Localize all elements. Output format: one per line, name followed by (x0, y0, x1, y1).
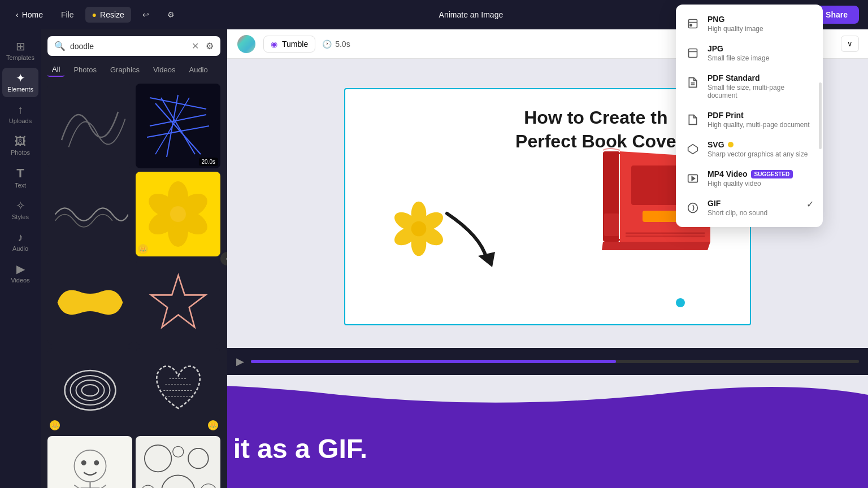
home-button[interactable]: ‹ Home (9, 7, 50, 23)
premium-dot (728, 142, 734, 147)
list-item[interactable]: 👑 (47, 436, 132, 488)
list-item[interactable] (136, 260, 220, 345)
filter-videos[interactable]: Videos (149, 63, 180, 77)
videos-icon: ▶ (16, 263, 25, 274)
mp4-info: MP4 Video SUGGESTED High quality video (708, 169, 814, 188)
list-item[interactable] (47, 260, 132, 345)
elements-label: Elements (7, 86, 33, 93)
canvas-text-line1: How to Create th (515, 106, 676, 130)
export-option-jpg[interactable]: JPG Small file size image (676, 38, 823, 68)
gif-title: GIF (708, 199, 800, 208)
uploads-icon: ↑ (18, 104, 23, 115)
svg-rect-69 (689, 20, 697, 28)
pdf-print-info: PDF Print High quality, multi-page docum… (708, 111, 814, 129)
svg-point-33 (141, 485, 155, 488)
resize-button[interactable]: ● Resize (85, 7, 131, 23)
list-item[interactable]: 20.0s (136, 84, 220, 168)
pdf-print-title: PDF Print (708, 111, 814, 120)
timeline-track[interactable] (251, 360, 859, 363)
list-item[interactable]: 👑 (47, 348, 132, 433)
chevron-down-button[interactable]: ∨ (841, 36, 859, 52)
list-item[interactable] (47, 84, 132, 168)
jpg-info: JPG Small file size image (708, 44, 814, 62)
export-option-pdf-standard[interactable]: PDF Standard Small file size, multi-page… (676, 68, 823, 105)
svg-marker-14 (151, 275, 205, 327)
duration-badge: 20.0s (199, 158, 218, 166)
sidebar-item-audio[interactable]: ♪ Audio (2, 227, 38, 256)
list-item[interactable]: 👑 (136, 172, 220, 256)
mp4-icon (685, 171, 701, 186)
svg-point-32 (161, 475, 194, 488)
audio-icon: ♪ (18, 232, 23, 243)
svg-point-35 (173, 446, 184, 457)
export-option-png[interactable]: PNG High quality image (676, 9, 823, 38)
sidebar-item-text[interactable]: T Text (2, 163, 38, 193)
search-input[interactable] (70, 42, 187, 51)
chevron-left-icon: ‹ (16, 10, 19, 19)
gif-subtitle: Short clip, no sound (708, 209, 800, 217)
filter-all[interactable]: All (47, 63, 64, 77)
assets-grid: 20.0s 👑 (47, 84, 220, 488)
mp4-title: MP4 Video SUGGESTED (708, 169, 814, 178)
sidebar-item-templates[interactable]: ⊞ Templates (2, 36, 38, 66)
svg-point-34 (200, 484, 216, 489)
svg-point-25 (94, 460, 99, 465)
animate-label: Animate an Image (439, 10, 504, 19)
filter-icon[interactable]: ⚙ (206, 41, 214, 51)
svg-info: SVG Sharp vector graphics at any size (708, 140, 814, 158)
settings-button[interactable]: ⚙ (160, 7, 181, 23)
export-option-svg[interactable]: SVG Sharp vector graphics at any size (676, 134, 823, 164)
mp4-subtitle: High quality video (708, 180, 814, 188)
timeline-play-button[interactable]: ▶ (236, 355, 244, 368)
resize-label: Resize (100, 10, 124, 19)
pdf-standard-info: PDF Standard Small file size, multi-page… (708, 73, 814, 99)
gif-check-mark: ✓ (806, 199, 814, 210)
animation-selector[interactable]: ◉ Tumble (263, 36, 315, 53)
share-label: Share (826, 10, 848, 19)
left-sidebar: ⊞ Templates ✦ Elements ↑ Uploads 🖼 Photo… (0, 29, 41, 488)
color-picker-button[interactable] (236, 34, 257, 54)
time-label: 5.0s (335, 40, 350, 49)
yellow-flower-element (390, 201, 447, 268)
suggested-badge: SUGGESTED (751, 170, 793, 178)
filter-photos[interactable]: Photos (69, 63, 101, 77)
clear-search-icon[interactable]: ✕ (192, 41, 199, 51)
time-selector[interactable]: 🕐 5.0s (322, 40, 350, 49)
templates-label: Templates (6, 54, 34, 61)
svg-point-17 (76, 380, 104, 400)
export-option-gif[interactable]: GIF Short clip, no sound ✓ (676, 193, 823, 223)
jpg-subtitle: Small file size image (708, 54, 814, 62)
svg-title: SVG (708, 140, 814, 149)
export-option-pdf-print[interactable]: PDF Print High quality, multi-page docum… (676, 105, 823, 134)
dropdown-scrollbar[interactable] (819, 82, 822, 149)
list-item[interactable] (47, 172, 132, 256)
svg-line-6 (155, 98, 189, 154)
search-filters: All Photos Graphics Videos Audio (47, 63, 220, 77)
styles-label: Styles (12, 213, 29, 220)
animation-label: Tumble (282, 40, 308, 49)
sidebar-item-photos[interactable]: 🖼 Photos (2, 131, 38, 160)
sidebar-item-styles[interactable]: ✧ Styles (2, 195, 38, 225)
pdf-print-icon (685, 112, 701, 128)
crown-badge: 👑 (50, 420, 60, 430)
nav-center: Animate an Image (186, 10, 756, 19)
filter-audio[interactable]: Audio (184, 63, 212, 77)
export-option-mp4[interactable]: MP4 Video SUGGESTED High quality video (676, 164, 823, 193)
svg-point-15 (64, 371, 115, 410)
svg-marker-76 (692, 177, 695, 181)
file-button[interactable]: File (54, 7, 81, 23)
sidebar-item-elements[interactable]: ✦ Elements (2, 68, 38, 97)
animation-icon: ◉ (271, 40, 277, 49)
png-title: PNG (708, 15, 814, 24)
collapse-panel-button[interactable]: ‹ (220, 252, 227, 265)
jpg-icon (685, 45, 701, 61)
audio-label: Audio (12, 245, 28, 252)
filter-graphics[interactable]: Graphics (106, 63, 144, 77)
sidebar-item-videos[interactable]: ▶ Videos (2, 259, 38, 288)
text-label: Text (15, 182, 26, 189)
list-item[interactable]: 👑 (136, 436, 220, 488)
undo-button[interactable]: ↩ (136, 7, 156, 23)
list-item[interactable]: 👑 (136, 348, 220, 433)
pdf-standard-subtitle: Small file size, multi-page document (708, 84, 814, 99)
sidebar-item-uploads[interactable]: ↑ Uploads (2, 99, 38, 129)
